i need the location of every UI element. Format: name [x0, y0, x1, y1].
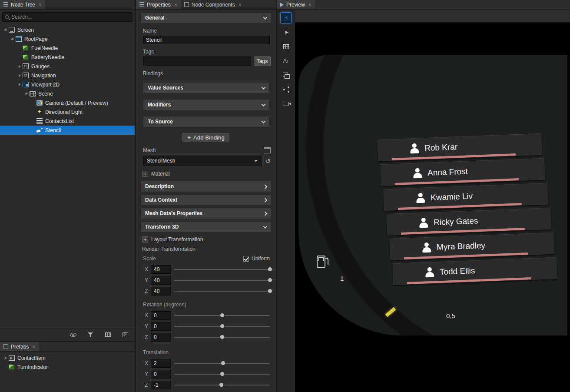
- mesh-dropdown[interactable]: StencilMesh: [143, 156, 262, 166]
- chevron-down-icon: [262, 85, 266, 90]
- reset-icon[interactable]: ↺: [265, 158, 271, 164]
- translation-y-row: Y: [145, 370, 270, 379]
- grid-view-button[interactable]: [103, 331, 113, 339]
- tree-item-label: FuelNeedle: [31, 45, 58, 51]
- section-general[interactable]: General: [140, 12, 272, 23]
- tree-item-viewport-2d[interactable]: Viewport 2D: [0, 80, 135, 89]
- scale-x-input[interactable]: [151, 265, 171, 274]
- camera-mode-button[interactable]: [280, 98, 292, 110]
- expand-plus-icon[interactable]: +: [142, 236, 148, 243]
- interact-mode-button[interactable]: ☝: [280, 12, 292, 23]
- tree-item-camera[interactable]: Camera (Default / Preview): [0, 98, 135, 107]
- prefabs-tab-bar: Prefabs ×: [0, 342, 135, 352]
- contact-item[interactable]: Myra Bradley: [389, 233, 554, 260]
- rotation-x-input[interactable]: [151, 311, 171, 320]
- visibility-toggle-button[interactable]: [68, 331, 78, 339]
- rotation-x-slider[interactable]: [174, 312, 270, 319]
- tree-item-rootpage[interactable]: RootPage: [0, 34, 135, 43]
- scale-x-slider[interactable]: [174, 266, 270, 273]
- filter-button[interactable]: [85, 331, 96, 339]
- translation-x-input[interactable]: [151, 359, 171, 368]
- rotation-y-slider[interactable]: [174, 322, 270, 330]
- section-mesh-data[interactable]: Mesh Data's Properties: [140, 208, 272, 219]
- section-mesh-data-label: Mesh Data's Properties: [145, 210, 202, 216]
- uniform-label: Uniform: [252, 256, 270, 262]
- mesh-library-icon[interactable]: [264, 147, 271, 153]
- tags-button[interactable]: Tags: [254, 56, 271, 66]
- translation-z-input[interactable]: [151, 381, 171, 389]
- scale-y-input[interactable]: [151, 276, 171, 285]
- rotation-z-input[interactable]: [151, 333, 171, 342]
- tree-item-navigation[interactable]: Navigation: [0, 71, 135, 80]
- translation-z-slider[interactable]: [174, 381, 270, 389]
- fuel-gauge-full-label: 1: [340, 275, 344, 282]
- preview-viewport[interactable]: Rob Krar Anna Frost Kwamie Liv: [295, 10, 570, 392]
- close-icon[interactable]: ×: [174, 2, 177, 8]
- grid-overlay-button[interactable]: [280, 41, 292, 52]
- prefab-item-contactitem[interactable]: ContactItem: [0, 353, 135, 362]
- tab-prefabs[interactable]: Prefabs ×: [0, 342, 39, 351]
- tab-node-components[interactable]: Node Components ×: [181, 0, 245, 9]
- select-mode-button[interactable]: ➤: [280, 27, 292, 38]
- tree-item-contactslist[interactable]: ContactsList: [0, 116, 135, 126]
- grid-off-button[interactable]: [120, 331, 130, 339]
- tree-item-scene[interactable]: Scene: [0, 89, 135, 98]
- close-icon[interactable]: ×: [39, 2, 42, 8]
- section-description[interactable]: Description: [140, 181, 272, 192]
- grid-overlay-icon: [283, 44, 289, 49]
- text-debug-button[interactable]: A↕: [280, 55, 292, 66]
- add-binding-button[interactable]: + Add Binding: [182, 133, 229, 142]
- tree-item-screen[interactable]: Screen: [0, 25, 135, 34]
- node-connections-button[interactable]: [280, 84, 292, 95]
- scale-y-slider[interactable]: [174, 276, 270, 284]
- tags-field[interactable]: [143, 56, 251, 66]
- mesh-dropdown-value: StencilMesh: [147, 158, 175, 164]
- uniform-checkbox[interactable]: [243, 256, 249, 262]
- contact-name: Kwamie Liv: [431, 191, 473, 203]
- contact-item[interactable]: Ricky Gates: [386, 208, 551, 236]
- search-input[interactable]: [11, 14, 129, 20]
- contact-item[interactable]: Todd Ellis: [392, 257, 557, 285]
- axis-y-label: Y: [145, 371, 151, 377]
- prefab-item-turnindicator[interactable]: TurnIndicator: [0, 362, 135, 372]
- contact-name: Ricky Gates: [434, 216, 478, 227]
- tab-properties[interactable]: Properties ×: [136, 0, 181, 9]
- section-to-source[interactable]: To Source: [143, 116, 270, 127]
- layers-button[interactable]: [280, 70, 292, 81]
- close-icon[interactable]: ×: [239, 2, 242, 8]
- translation-y-slider[interactable]: [174, 370, 270, 378]
- tree-item-batteryneedle[interactable]: BatteryNeedle: [0, 53, 135, 62]
- fuel-needle-tick: [385, 307, 396, 317]
- image-node-icon: [23, 54, 29, 60]
- tree-item-fuelneedle[interactable]: FuelNeedle: [0, 43, 135, 53]
- section-transform-3d[interactable]: Transform 3D: [140, 221, 272, 233]
- contact-item[interactable]: Rob Krar: [377, 133, 542, 161]
- contact-item[interactable]: Anna Frost: [380, 158, 545, 186]
- tab-preview[interactable]: Preview ×: [277, 0, 315, 9]
- close-icon[interactable]: ×: [308, 2, 312, 8]
- tree-item-label: RootPage: [24, 36, 47, 42]
- contact-item[interactable]: Kwamie Liv: [383, 183, 548, 211]
- mesh-label: Mesh: [143, 147, 156, 153]
- contact-name: Rob Krar: [424, 142, 458, 153]
- translation-y-input[interactable]: [151, 370, 171, 379]
- filter-icon: [88, 332, 93, 337]
- close-icon[interactable]: ×: [32, 344, 35, 350]
- prefab-item-label: ContactItem: [17, 355, 46, 361]
- section-data-context[interactable]: Data Context: [140, 194, 272, 206]
- name-field[interactable]: [143, 36, 270, 44]
- section-value-sources[interactable]: Value Sources: [143, 82, 270, 93]
- translation-x-slider[interactable]: [174, 359, 270, 367]
- tree-item-directional-light[interactable]: Directional Light: [0, 107, 135, 116]
- tab-node-tree[interactable]: Node Tree ×: [0, 0, 45, 9]
- rotation-z-slider[interactable]: [174, 333, 270, 341]
- node-tree-search: [2, 12, 133, 22]
- section-modifiers[interactable]: Modifiers: [143, 99, 270, 110]
- scale-z-slider[interactable]: [174, 287, 270, 295]
- scale-z-input[interactable]: [151, 287, 171, 296]
- tree-item-stencil[interactable]: Stencil: [0, 126, 135, 135]
- expand-plus-icon[interactable]: +: [142, 171, 148, 177]
- tree-item-gauges[interactable]: Gauges: [0, 62, 135, 71]
- translation-label: Translation: [143, 349, 270, 355]
- rotation-y-input[interactable]: [151, 322, 171, 331]
